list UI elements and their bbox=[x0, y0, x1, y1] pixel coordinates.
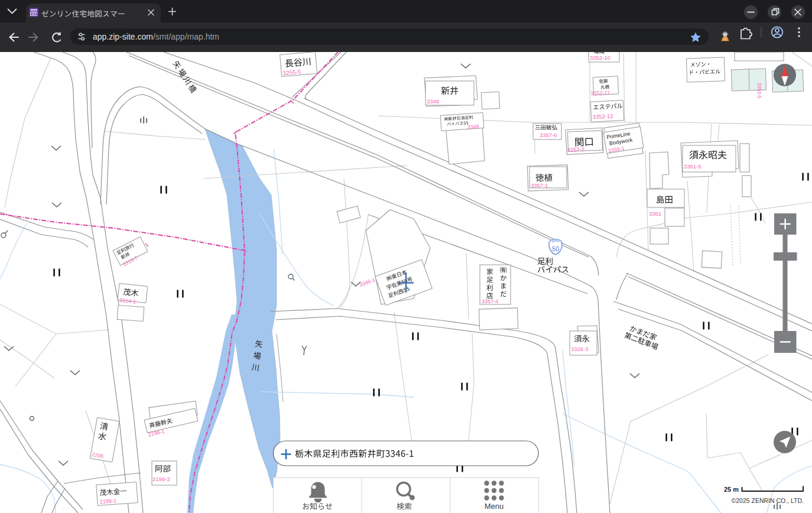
svg-text:3346-1: 3346-1 bbox=[359, 277, 376, 288]
svg-text:3352-10: 3352-10 bbox=[590, 54, 610, 61]
svg-text:3357-6: 3357-6 bbox=[540, 132, 557, 138]
svg-text:25 m: 25 m bbox=[724, 486, 739, 493]
svg-text:3357-2: 3357-2 bbox=[567, 146, 584, 153]
svg-text:3357-1: 3357-1 bbox=[531, 182, 548, 189]
svg-text:3361: 3361 bbox=[649, 210, 661, 217]
svg-text:3348: 3348 bbox=[427, 98, 439, 105]
svg-text:3357-4: 3357-4 bbox=[482, 298, 498, 304]
svg-text:©2025 ZENRIN CO., LTD.: ©2025 ZENRIN CO., LTD. bbox=[732, 497, 804, 504]
svg-text:50: 50 bbox=[552, 245, 559, 252]
svg-text:2214-1: 2214-1 bbox=[119, 297, 137, 305]
svg-text:3353-5: 3353-5 bbox=[756, 83, 762, 99]
svg-text:3361-5: 3361-5 bbox=[684, 163, 701, 170]
svg-text:Menu: Menu bbox=[485, 502, 504, 511]
svg-text:2198-3: 2198-3 bbox=[152, 476, 170, 482]
svg-text:3326-3: 3326-3 bbox=[571, 346, 589, 352]
svg-text:3352-11: 3352-11 bbox=[590, 90, 610, 97]
svg-text:3352-12: 3352-12 bbox=[592, 112, 613, 120]
svg-text:2199-1: 2199-1 bbox=[99, 498, 116, 505]
svg-text:3348: 3348 bbox=[467, 124, 479, 130]
